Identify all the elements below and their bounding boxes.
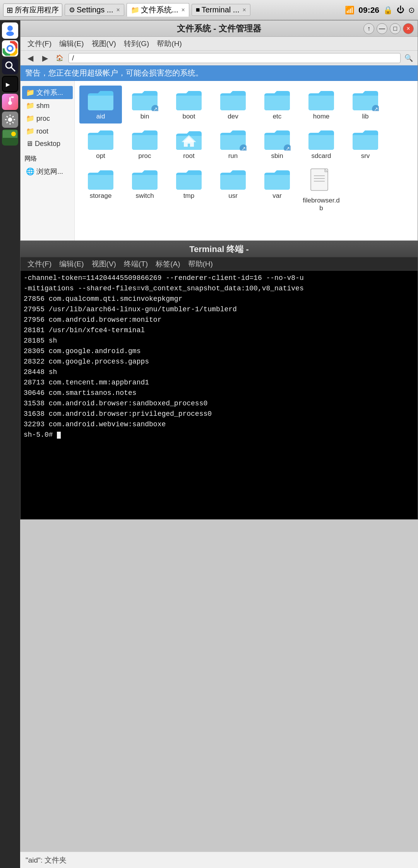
folder-icon: ↗ [352, 89, 379, 111]
terminal-line: 32293 com.android.webview:sandboxe [24, 419, 415, 430]
fm-menu-goto[interactable]: 转到(G) [121, 37, 152, 50]
fm-file-item[interactable]: var [256, 165, 298, 216]
app-icon-finder[interactable] [2, 22, 18, 39]
fm-search-btn[interactable]: 🔍 [404, 53, 414, 63]
svg-rect-9 [3, 77, 17, 91]
fm-forward-btn[interactable]: ▶ [39, 52, 51, 64]
taskbar-right: 📶 09:26 🔒 ⏻ ⊙ [345, 5, 415, 15]
terminal-menu-edit[interactable]: 编辑(E) [56, 258, 87, 270]
fm-item-name: aid [96, 113, 105, 120]
terminal-menu-help[interactable]: 帮助(H) [185, 258, 216, 270]
file-icon [310, 168, 332, 195]
fm-item-name: var [272, 192, 282, 200]
terminal-menu-terminal[interactable]: 终端(T) [121, 258, 151, 270]
fm-file-item[interactable]: ↗ run [212, 125, 254, 163]
fm-nav-proc[interactable]: 📁 proc [22, 112, 73, 125]
fm-file-item[interactable]: boot [168, 86, 210, 124]
apps-button[interactable]: ⊞ 所有应用程序 [3, 3, 62, 17]
fm-back-btn[interactable]: ◀ [24, 52, 36, 64]
main-area: ▶ 文件系统 - 文件管理器 ↑ — □ × [0, 20, 418, 868]
fm-close-btn[interactable]: × [403, 23, 414, 34]
fm-grid: aid ↗ bin boot [75, 81, 418, 240]
fm-file-item[interactable]: ↗ bin [123, 86, 166, 124]
terminal-menu-tab[interactable]: 标签(A) [152, 258, 183, 270]
terminal-tab-close[interactable]: × [243, 7, 246, 14]
fm-tab-label: 文件系统... [141, 5, 178, 15]
terminal-line: 27955 /usr/lib/aarch64-linux-gnu/tumbler… [24, 304, 415, 315]
terminal-menu-file[interactable]: 文件(F) [24, 258, 55, 270]
terminal-line: 31538 com.android.browser:sandboxed_proc… [24, 398, 415, 409]
fm-nav-filesystem[interactable]: 📁 文件系... [22, 86, 73, 99]
tab-terminal[interactable]: ■ Terminal ... × [192, 4, 250, 16]
fm-home-btn[interactable]: 🏠 [54, 52, 65, 64]
fm-file-item[interactable]: filebrowser.db [300, 165, 343, 216]
fm-menu-edit[interactable]: 编辑(E) [56, 37, 87, 50]
terminal-cursor [57, 432, 61, 439]
terminal-line: 30646 com.smartisanos.notes [24, 388, 415, 398]
fm-titlebar: 文件系统 - 文件管理器 ↑ — □ × [21, 21, 418, 37]
fm-file-item[interactable]: tmp [168, 165, 210, 216]
apps-label: 所有应用程序 [15, 5, 59, 15]
fm-menu-file[interactable]: 文件(F) [24, 37, 55, 50]
fm-item-name: dev [228, 113, 238, 120]
fm-tab-close[interactable]: × [182, 7, 185, 14]
folder-icon [219, 168, 247, 190]
fm-file-item[interactable]: storage [79, 165, 122, 216]
terminal-line: -channel-token=114204445509866269 --rend… [24, 273, 415, 283]
app-icon-search[interactable] [2, 58, 18, 74]
apps-icon: ⊞ [7, 5, 13, 15]
fm-item-name: etc [273, 113, 282, 120]
fm-menu-view[interactable]: 视图(V) [89, 37, 119, 50]
fm-nav-network-header: 网络 [21, 153, 74, 165]
fm-path-bar[interactable]: / [69, 53, 401, 63]
svg-point-19 [11, 132, 16, 136]
svg-rect-14 [11, 96, 14, 98]
tab-settings[interactable]: ⚙ Settings ... × [65, 4, 124, 16]
app-icon-wallpaper[interactable] [2, 129, 18, 146]
fm-item-name: lib [362, 113, 368, 120]
folder-icon [87, 89, 114, 111]
fm-nav: 📁 文件系... 📁 shm 📁 proc 📁 root 🖥 Desktop 网… [21, 81, 75, 240]
fm-file-item[interactable]: srv [344, 125, 387, 163]
fm-file-item[interactable]: ↗ lib [344, 86, 387, 124]
battery-icon: 🔒 [383, 5, 393, 15]
fm-nav-desktop[interactable]: 🖥 Desktop [22, 138, 73, 150]
svg-text:↗: ↗ [374, 106, 378, 111]
folder-icon: ↗ [219, 128, 247, 151]
fm-file-item[interactable]: home [300, 86, 343, 124]
fm-nav-shm[interactable]: 📁 shm [22, 99, 73, 112]
svg-point-16 [8, 118, 12, 122]
fm-minimize-btn[interactable]: — [377, 23, 387, 34]
folder-icon: ↗ [264, 128, 291, 151]
fm-statusbar: "aid": 文件夹 [20, 852, 418, 868]
fm-item-name: filebrowser.db [302, 197, 340, 213]
fm-file-item[interactable]: aid [79, 86, 122, 124]
svg-text:↗: ↗ [153, 106, 158, 111]
fm-nav-browse[interactable]: 🌐 浏览网... [22, 165, 73, 178]
app-icon-itunes[interactable] [2, 94, 18, 110]
fm-status-text: "aid": 文件夹 [26, 855, 67, 865]
fm-file-item[interactable]: ↗ sbin [256, 125, 298, 163]
fm-file-item[interactable]: dev [212, 86, 254, 124]
fm-file-item[interactable]: root [168, 125, 210, 163]
terminal-content[interactable]: -channel-token=114204445509866269 --rend… [21, 271, 418, 519]
fm-file-item[interactable]: switch [123, 165, 166, 216]
fm-menu-help[interactable]: 帮助(H) [154, 37, 185, 50]
fm-nav-root[interactable]: 📁 root [22, 125, 73, 137]
terminal-menu-view[interactable]: 视图(V) [89, 258, 119, 270]
fm-file-item[interactable]: sdcard [300, 125, 343, 163]
fm-file-item[interactable]: etc [256, 86, 298, 124]
fm-file-item[interactable]: opt [79, 125, 122, 163]
fm-maximize-btn[interactable]: □ [390, 23, 401, 34]
app-icon-chrome[interactable] [2, 40, 18, 57]
fm-up-btn[interactable]: ↑ [363, 23, 374, 34]
fm-path: / [72, 54, 74, 62]
app-icon-terminal[interactable]: ▶ [2, 76, 18, 92]
tab-filemanager[interactable]: 📁 文件系统... × [127, 3, 189, 17]
fm-file-item[interactable]: usr [212, 165, 254, 216]
settings-tab-close[interactable]: × [116, 7, 120, 14]
fm-file-item[interactable]: proc [123, 125, 166, 163]
fm-item-name: opt [96, 152, 105, 160]
file-manager-window: 文件系统 - 文件管理器 ↑ — □ × 文件(F) 编辑(E) 视图(V) 转… [20, 20, 418, 241]
app-icon-settings[interactable] [2, 112, 18, 128]
